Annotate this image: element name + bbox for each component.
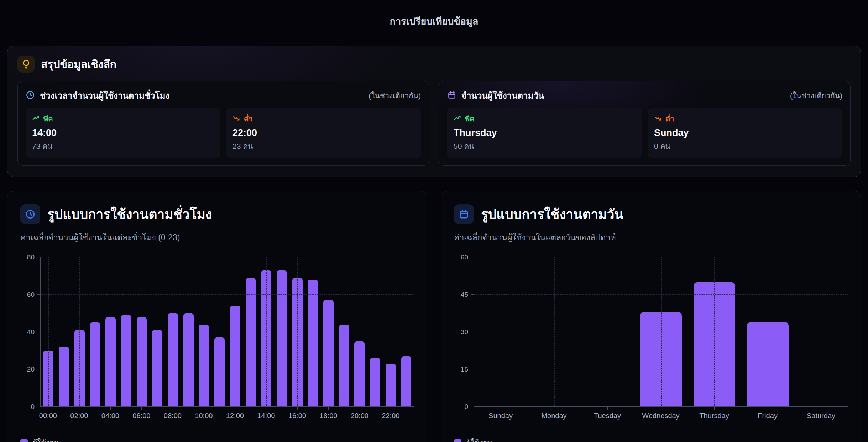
x-tick-label: 22:00 xyxy=(382,412,399,420)
y-tick-mark xyxy=(37,257,40,257)
insights-card: สรุปข้อมูลเชิงลึก ช่วงเวลาจำนวนผู้ใช้งาน… xyxy=(7,46,861,177)
hourly-insight-note: (ในช่วงเดียวกัน) xyxy=(368,90,421,101)
hourly-stats-row: พีค 14:00 73 คน ต่ำ xyxy=(26,108,421,158)
v-gridline xyxy=(661,257,662,406)
bar-slot xyxy=(274,257,290,406)
bars xyxy=(41,257,414,406)
y-tick-mark xyxy=(37,332,40,332)
x-tick-mark xyxy=(501,407,501,410)
hourly-insight-card: ช่วงเวลาจำนวนผู้ใช้งานตามชั่วโมง (ในช่วง… xyxy=(17,81,429,166)
y-tick-label: 45 xyxy=(461,291,468,299)
x-tick-mark xyxy=(235,407,235,410)
bar-19:00[interactable] xyxy=(339,325,349,406)
daily-peak-count: 50 คน xyxy=(454,140,636,152)
bar-slot xyxy=(367,257,383,406)
y-tick-label: 40 xyxy=(27,328,35,336)
bar-slot xyxy=(212,257,228,406)
bar-05:00[interactable] xyxy=(121,315,131,406)
bar-slot xyxy=(398,257,414,406)
v-gridline xyxy=(608,257,608,406)
v-gridline xyxy=(768,257,768,406)
y-tick-label: 0 xyxy=(464,403,468,411)
plot xyxy=(474,257,848,407)
hourly-peak-count: 73 คน xyxy=(32,140,214,152)
bar-07:00[interactable] xyxy=(152,330,162,406)
v-gridline xyxy=(554,257,555,406)
x-tick-label: Saturday xyxy=(807,412,835,420)
bar-15:00[interactable] xyxy=(277,270,287,406)
v-gridline xyxy=(79,257,80,406)
calendar-icon xyxy=(447,90,456,101)
x-tick-label: 04:00 xyxy=(101,412,119,420)
v-gridline xyxy=(173,257,173,406)
x-tick-mark xyxy=(554,407,554,410)
x-tick-label: 16:00 xyxy=(288,412,306,420)
legend[interactable]: ผู้ใช้งาน xyxy=(454,437,848,442)
hourly-peak-value: 14:00 xyxy=(32,127,214,138)
x-tick-mark xyxy=(328,407,329,410)
x-tick-mark xyxy=(141,407,142,410)
x-axis-labels: 00:0002:0004:0006:0008:0010:0012:0014:00… xyxy=(40,407,414,422)
v-gridline xyxy=(329,257,329,406)
v-gridline xyxy=(714,257,715,406)
daily-insight-card: จำนวนผู้ใช้งานตามวัน (ในช่วงเดียวกัน) พี xyxy=(439,81,851,166)
insights-grid: ช่วงเวลาจำนวนผู้ใช้งานตามชั่วโมง (ในช่วง… xyxy=(17,81,851,166)
y-axis-labels: 020406080 xyxy=(20,257,40,407)
x-tick-label: 06:00 xyxy=(132,412,150,420)
h-gridline xyxy=(41,257,414,257)
v-gridline xyxy=(204,257,204,406)
x-tick-mark xyxy=(607,407,608,410)
daily-stats-row: พีค Thursday 50 คน ต่ำ xyxy=(447,108,842,158)
trend-up-icon xyxy=(454,114,461,124)
y-tick-label: 60 xyxy=(461,253,468,261)
x-tick-label: 12:00 xyxy=(226,412,244,420)
daily-chart-plot-area: 015304560 xyxy=(454,257,848,407)
y-tick-mark xyxy=(37,369,40,369)
bar-17:00[interactable] xyxy=(308,280,318,406)
hourly-insight-header: ช่วงเวลาจำนวนผู้ใช้งานตามชั่วโมง (ในช่วง… xyxy=(26,89,421,102)
daily-insight-note: (ในช่วงเดียวกัน) xyxy=(790,90,842,101)
hourly-chart-plot-area: 020406080 xyxy=(20,257,414,407)
x-tick-label: 20:00 xyxy=(351,412,368,420)
y-tick-label: 20 xyxy=(27,365,35,373)
bar-13:00[interactable] xyxy=(246,278,256,406)
x-tick-mark xyxy=(714,407,715,410)
x-tick-label: 14:00 xyxy=(257,412,275,420)
x-tick-label: 08:00 xyxy=(164,412,182,420)
trend-down-icon xyxy=(654,114,662,124)
x-tick-label: Thursday xyxy=(699,412,729,420)
x-tick-mark xyxy=(661,407,661,410)
daily-usage-chart-card: รูปแบบการใช้งานตามวัน ค่าเฉลี่ยจำนวนผู้ใ… xyxy=(441,191,861,442)
y-tick-mark xyxy=(37,294,40,295)
daily-insight-header: จำนวนผู้ใช้งานตามวัน (ในช่วงเดียวกัน) xyxy=(447,89,842,102)
bar-09:00[interactable] xyxy=(183,313,194,406)
x-tick-mark xyxy=(204,407,204,410)
y-tick-mark xyxy=(471,294,474,295)
daily-low-value: Sunday xyxy=(654,127,836,138)
x-tick-label: 00:00 xyxy=(39,412,57,420)
bar-03:00[interactable] xyxy=(90,322,100,406)
bar-slot xyxy=(150,257,165,406)
bar-slot xyxy=(119,257,134,406)
y-tick-mark xyxy=(37,406,40,406)
bar-21:00[interactable] xyxy=(370,358,380,406)
hourly-peak-panel: พีค 14:00 73 คน xyxy=(26,108,220,158)
bar-11:00[interactable] xyxy=(214,337,225,406)
h-gridline xyxy=(41,332,414,332)
bar-slot xyxy=(87,257,103,406)
legend[interactable]: ผู้ใช้งาน xyxy=(20,437,414,442)
y-tick-label: 0 xyxy=(31,403,35,411)
trend-down-icon xyxy=(232,114,240,124)
v-gridline xyxy=(235,257,235,406)
daily-chart-subtitle: ค่าเฉลี่ยจำนวนผู้ใช้งานในแต่ละวันของสัปด… xyxy=(454,231,848,244)
bar-01:00[interactable] xyxy=(59,347,69,406)
x-tick-label: Friday xyxy=(758,412,778,420)
v-gridline xyxy=(111,257,111,406)
divider-line-left xyxy=(7,21,381,21)
x-tick-label: 18:00 xyxy=(319,412,337,420)
hourly-low-panel: ต่ำ 22:00 23 คน xyxy=(226,108,421,158)
y-tick-label: 30 xyxy=(461,328,468,336)
h-gridline xyxy=(41,294,414,295)
bar-23:00[interactable] xyxy=(401,356,412,406)
x-tick-mark xyxy=(297,407,298,410)
